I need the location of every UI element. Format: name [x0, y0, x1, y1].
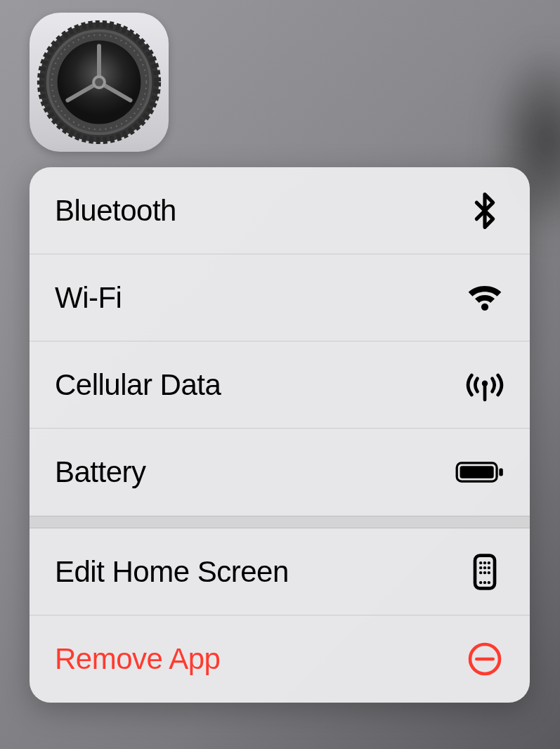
bluetooth-icon	[465, 191, 504, 230]
menu-item-wifi[interactable]: Wi-Fi	[30, 254, 530, 341]
svg-point-26	[488, 571, 490, 574]
svg-point-19	[483, 561, 486, 564]
battery-icon	[455, 452, 504, 492]
menu-item-cellular[interactable]: Cellular Data	[30, 341, 530, 429]
menu-item-label: Wi-Fi	[55, 281, 122, 315]
svg-point-22	[483, 566, 486, 569]
svg-point-18	[479, 561, 482, 564]
svg-point-23	[488, 566, 490, 569]
svg-point-27	[479, 581, 482, 584]
menu-item-bluetooth[interactable]: Bluetooth	[30, 167, 530, 254]
svg-point-28	[483, 581, 486, 584]
menu-item-label: Remove App	[55, 642, 220, 676]
menu-item-remove-app[interactable]: Remove App	[30, 616, 530, 703]
wifi-icon	[465, 278, 504, 318]
home-screen-icon	[465, 552, 504, 592]
settings-app-icon[interactable]	[30, 13, 169, 152]
remove-icon	[465, 639, 504, 679]
menu-item-label: Edit Home Screen	[55, 555, 289, 589]
cellular-icon	[465, 365, 504, 405]
svg-point-11	[481, 303, 488, 310]
svg-rect-15	[460, 466, 494, 478]
svg-point-29	[488, 581, 490, 584]
menu-group-separator	[30, 516, 530, 528]
svg-point-24	[479, 571, 482, 574]
svg-point-25	[483, 571, 486, 574]
menu-item-battery[interactable]: Battery	[30, 429, 530, 516]
context-menu: Bluetooth Wi-Fi Cellular Data	[30, 167, 530, 703]
svg-point-21	[479, 566, 482, 569]
menu-item-edit-home-screen[interactable]: Edit Home Screen	[30, 528, 530, 616]
svg-rect-16	[499, 469, 502, 476]
menu-item-label: Cellular Data	[55, 368, 221, 402]
menu-item-label: Bluetooth	[55, 194, 176, 228]
svg-point-10	[95, 78, 103, 86]
menu-item-label: Battery	[55, 455, 146, 489]
gear-icon	[30, 13, 169, 152]
svg-point-20	[488, 561, 490, 564]
